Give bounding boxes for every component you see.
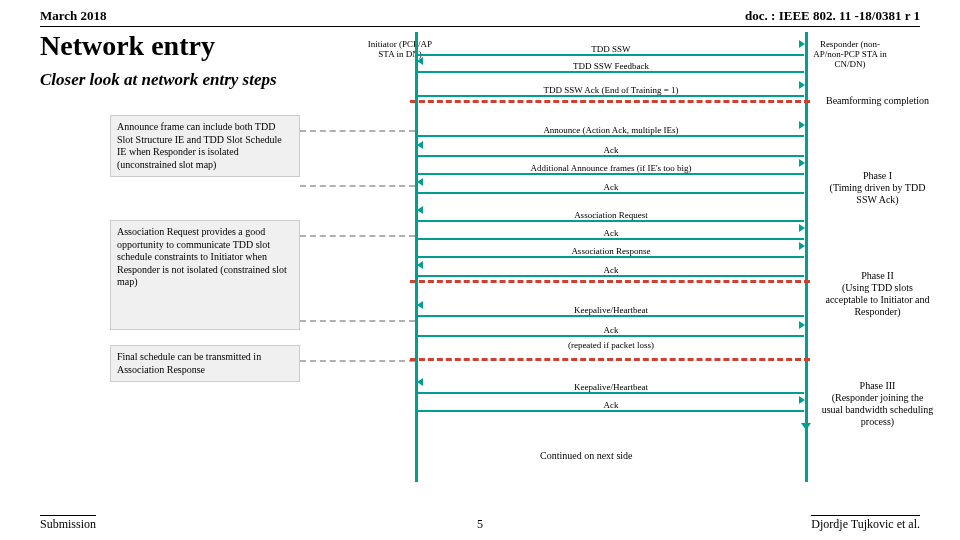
connector-dash [300,185,415,187]
footer-left: Submission [40,515,96,532]
side-phase2: Phase II (Using TDD slots acceptable to … [820,270,935,318]
msg-tdd-ssw-ack: TDD SSW Ack (End of Training = 1) [418,85,804,97]
note-final: Final schedule can be transmitted in Ass… [110,345,300,382]
msg-keepalive: Keepalive/Heartbeat [418,305,804,317]
down-arrow-icon [802,405,810,430]
msg-ack: Ack [418,325,804,337]
phase-divider [410,280,810,283]
msg-ack: Ack [418,400,804,412]
header-right: doc. : IEEE 802. 11 -18/0381 r 1 [745,8,920,24]
connector-dash [300,360,415,362]
side-phase1: Phase I (Timing driven by TDD SSW Ack) [820,170,935,206]
side-phase3: Phase III (Responder joining the usual b… [820,380,935,428]
phase-divider [410,358,810,361]
side-beamforming: Beamforming completion [820,95,935,107]
page-title: Network entry [40,30,215,62]
responder-label: Responder (non-AP/non-PCP STA in CN/DN) [810,40,890,70]
msg-ack: Ack [418,265,804,277]
continued-label: Continued on next side [540,450,633,461]
note-assoc-req: Association Request provides a good oppo… [110,220,300,330]
msg-announce: Announce (Action Ack, multiple IEs) [418,125,804,137]
connector-dash [300,320,415,322]
msg-add-announce: Additional Announce frames (if IE's too … [418,163,804,175]
msg-ack: Ack [418,182,804,194]
connector-dash [300,130,415,132]
connector-dash [300,235,415,237]
note-announce: Announce frame can include both TDD Slot… [110,115,300,177]
header-left: March 2018 [40,8,107,24]
footer-right: Djordje Tujkovic et al. [811,515,920,532]
msg-keepalive: Keepalive/Heartbeat [418,382,804,394]
page-subtitle: Closer look at network entry steps [40,70,277,90]
msg-repeated: (repeated if packet loss) [418,340,804,350]
footer-center: 5 [477,517,483,532]
phase-divider [410,100,810,103]
msg-assoc-req: Association Request [418,210,804,222]
slide: March 2018 doc. : IEEE 802. 11 -18/0381 … [0,0,960,540]
msg-tdd-ssw: TDD SSW [418,44,804,56]
msg-ack: Ack [418,145,804,157]
header: March 2018 doc. : IEEE 802. 11 -18/0381 … [40,8,920,27]
msg-ack: Ack [418,228,804,240]
msg-tdd-ssw-fb: TDD SSW Feedback [418,61,804,73]
msg-assoc-resp: Association Response [418,246,804,258]
